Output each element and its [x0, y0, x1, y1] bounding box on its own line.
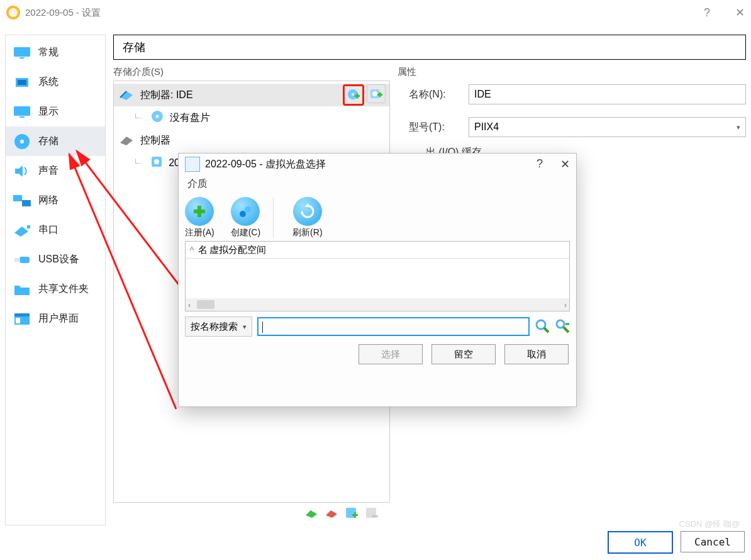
- sidebar-item-network[interactable]: 网络: [6, 186, 105, 215]
- svg-rect-4: [14, 106, 30, 116]
- create-icon: [231, 197, 260, 226]
- ui-icon: [13, 312, 31, 326]
- storage-group-label: 存储介质(S): [113, 66, 390, 78]
- add-controller-icon[interactable]: [304, 507, 318, 522]
- col-name: 虚拟分配空间: [209, 244, 266, 256]
- modal-help-button[interactable]: ?: [537, 157, 543, 171]
- ok-button[interactable]: OK: [608, 531, 673, 554]
- search-next-icon[interactable]: [555, 318, 570, 335]
- svg-point-37: [240, 211, 246, 217]
- add-harddisk-button[interactable]: [367, 84, 386, 103]
- controller-icon: [119, 134, 134, 147]
- sidebar-item-label: 声音: [38, 164, 58, 177]
- sidebar-item-shared[interactable]: 共享文件夹: [6, 274, 105, 304]
- hdd-icon: [151, 156, 162, 170]
- list-header[interactable]: ^ 名 虚拟分配空间: [186, 242, 569, 259]
- sidebar-item-general[interactable]: 常规: [6, 38, 105, 67]
- svg-point-39: [537, 320, 545, 329]
- horizontal-scrollbar[interactable]: [186, 298, 569, 311]
- cd-icon: [151, 110, 164, 125]
- sidebar-item-label: 用户界面: [38, 312, 79, 325]
- svg-rect-11: [19, 257, 30, 263]
- svg-rect-15: [16, 318, 20, 323]
- cancel-button-main[interactable]: Cancel: [681, 531, 745, 552]
- add-optical-button[interactable]: [343, 84, 364, 106]
- attributes-group-label: 属性: [398, 66, 746, 78]
- disk-icon: [13, 135, 31, 148]
- tree-label: 控制器: [140, 134, 170, 147]
- speaker-icon: [13, 164, 31, 178]
- tree-controller-ide[interactable]: 控制器: IDE: [114, 84, 389, 106]
- svg-rect-19: [357, 94, 359, 99]
- refresh-icon: [293, 197, 322, 226]
- leave-empty-button[interactable]: 留空: [431, 344, 496, 364]
- modal-close-button[interactable]: ✕: [560, 157, 570, 171]
- folder-icon: [13, 283, 31, 296]
- model-label: 型号(T):: [409, 121, 462, 134]
- modal-toolbar: 注册(A) 创建(C) 刷新(R): [179, 193, 576, 240]
- sidebar-item-label: 系统: [38, 76, 58, 89]
- tool-register[interactable]: 注册(A): [185, 197, 214, 238]
- svg-rect-1: [19, 57, 25, 59]
- tree-connector: └··: [133, 113, 142, 122]
- select-button: 选择: [359, 344, 423, 364]
- tree-connector: └··: [133, 159, 142, 167]
- svg-point-27: [154, 159, 159, 164]
- monitor-icon: [13, 46, 31, 60]
- name-input[interactable]: IDE: [469, 84, 746, 104]
- model-select[interactable]: PIIX4: [469, 117, 746, 137]
- sidebar-item-audio[interactable]: 声音: [6, 156, 105, 186]
- add-attachment-icon[interactable]: [345, 507, 359, 522]
- media-list[interactable]: ^ 名 虚拟分配空间: [185, 241, 570, 311]
- name-label: 名称(N):: [409, 88, 462, 101]
- svg-point-38: [245, 206, 251, 213]
- tool-create[interactable]: 创建(C): [231, 197, 260, 238]
- sidebar-item-usb[interactable]: USB设备: [6, 245, 105, 274]
- serial-icon: [13, 223, 31, 237]
- usb-icon: [13, 253, 31, 267]
- sidebar-item-system[interactable]: 系统: [6, 67, 105, 97]
- sidebar-item-label: 串口: [38, 223, 58, 237]
- scroll-thumb[interactable]: [197, 300, 214, 309]
- page-title: 存储: [113, 35, 746, 60]
- svg-rect-36: [194, 210, 205, 213]
- svg-point-41: [557, 320, 564, 328]
- help-button[interactable]: ?: [704, 6, 710, 20]
- optical-disk-selector-dialog: 2022-09-05 - 虚拟光盘选择 ? ✕ 介质 注册(A) 创建(C) 刷…: [178, 153, 577, 407]
- sidebar-item-serial[interactable]: 串口: [6, 215, 105, 245]
- svg-point-25: [156, 115, 159, 118]
- modal-subheading: 介质: [179, 175, 576, 193]
- svg-rect-8: [13, 195, 22, 201]
- expand-caret-icon[interactable]: ^: [186, 245, 198, 255]
- gear-icon: [6, 6, 20, 20]
- svg-point-21: [372, 91, 377, 96]
- remove-controller-icon[interactable]: [325, 507, 338, 522]
- toolbar-divider: [273, 197, 274, 237]
- chip-icon: [13, 76, 31, 89]
- svg-rect-9: [22, 200, 31, 206]
- tree-item-nodisc[interactable]: └·· 没有盘片: [114, 106, 389, 129]
- remove-attachment-icon[interactable]: [365, 507, 379, 522]
- register-icon: [185, 197, 214, 226]
- tree-toolbar: [113, 503, 390, 525]
- svg-rect-12: [14, 258, 20, 262]
- svg-line-40: [544, 328, 548, 332]
- sidebar-item-label: 显示: [38, 105, 58, 118]
- close-button[interactable]: ✕: [735, 6, 745, 20]
- svg-rect-32: [372, 515, 378, 517]
- tree-controller-other[interactable]: 控制器: [114, 129, 389, 152]
- svg-rect-30: [354, 512, 356, 518]
- sidebar-item-display[interactable]: 显示: [6, 97, 105, 126]
- sidebar-item-ui[interactable]: 用户界面: [6, 304, 105, 333]
- tree-label: 控制器: IDE: [140, 89, 193, 102]
- sidebar-item-label: USB设备: [38, 253, 79, 266]
- search-input[interactable]: [257, 317, 530, 336]
- tool-refresh[interactable]: 刷新(R): [292, 197, 322, 238]
- search-icon[interactable]: [535, 318, 550, 335]
- svg-rect-0: [14, 47, 30, 57]
- network-icon: [13, 194, 31, 208]
- window-title: 2022-09-05 - 设置: [25, 7, 101, 19]
- search-mode-select[interactable]: 按名称搜索: [185, 316, 252, 337]
- sidebar-item-storage[interactable]: 存储: [6, 126, 105, 156]
- cancel-button[interactable]: 取消: [504, 344, 569, 364]
